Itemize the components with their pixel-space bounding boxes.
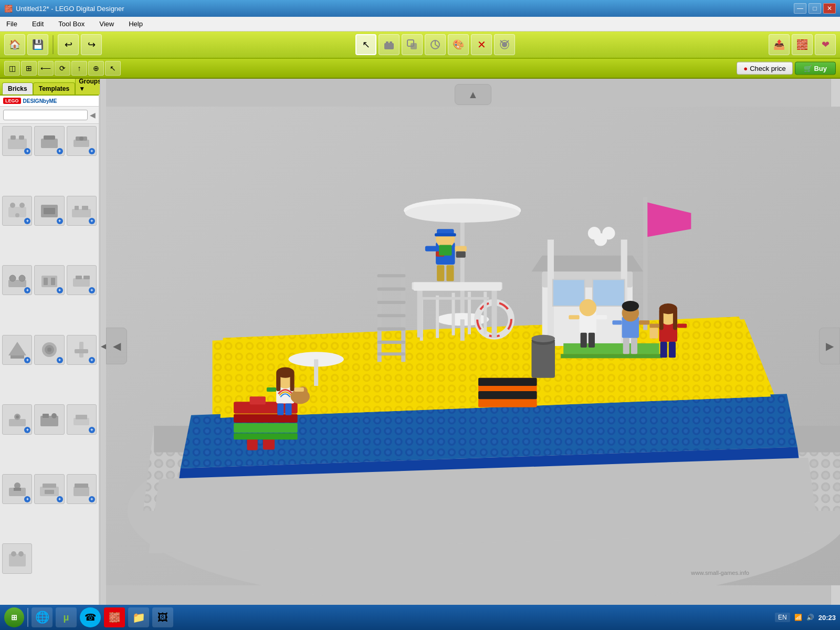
svg-rect-186: [285, 403, 291, 415]
svg-point-23: [15, 213, 19, 217]
delete-button[interactable]: ✕: [471, 34, 492, 55]
svg-rect-33: [44, 278, 48, 285]
brick-item[interactable]: +: [67, 265, 97, 295]
taskbar-chrome-button[interactable]: 🌐: [32, 607, 52, 627]
brick-item[interactable]: +: [2, 474, 32, 504]
brick-item[interactable]: [2, 543, 32, 573]
brick-item[interactable]: +: [67, 474, 97, 504]
maximize-button[interactable]: □: [808, 3, 821, 14]
brick-item[interactable]: +: [34, 196, 64, 226]
svg-rect-151: [446, 265, 454, 281]
plus-badge: +: [89, 496, 95, 502]
taskbar-photos-button[interactable]: 🖼: [152, 607, 173, 627]
start-button[interactable]: ⊞: [4, 607, 24, 627]
svg-rect-45: [9, 419, 26, 426]
svg-rect-156: [581, 333, 587, 348]
sidebar-collapse-handle[interactable]: ◀: [100, 79, 106, 613]
brick-item[interactable]: +: [67, 335, 97, 365]
sidebar-tabs: Bricks Templates Groups ▼: [0, 79, 99, 96]
taskbar-system-tray: EN 📶 🔊 20:23: [775, 613, 836, 622]
axis-z-button[interactable]: ↑: [71, 61, 87, 76]
taskbar: ⊞ 🌐 μ ☎ 🧱 📁 🖼 EN 📶 🔊 20:23: [0, 605, 840, 630]
undo-button[interactable]: ↩: [58, 34, 79, 55]
clone-sub-button[interactable]: ⊕: [88, 61, 104, 76]
canvas-area[interactable]: ▲ ◀ ▶ ◀: [106, 79, 840, 613]
grid-snap-button[interactable]: ⊞: [21, 61, 37, 76]
svg-rect-171: [677, 323, 687, 328]
canvas-nav-right[interactable]: ▶: [819, 328, 840, 364]
close-button[interactable]: ✕: [823, 3, 836, 14]
cursor-mode-button[interactable]: ↖: [105, 61, 121, 76]
svg-rect-4: [411, 43, 417, 49]
brick-item[interactable]: +: [34, 265, 64, 295]
menu-toolbox[interactable]: Tool Box: [55, 19, 88, 29]
canvas-nav-up[interactable]: ▲: [455, 84, 491, 105]
redo-button[interactable]: ↪: [81, 34, 102, 55]
hinge-button[interactable]: [425, 34, 446, 55]
svg-rect-61: [75, 484, 88, 488]
sidebar-collapse-icon[interactable]: ◀: [90, 111, 96, 119]
menu-file[interactable]: File: [3, 19, 20, 29]
brick-item[interactable]: +: [67, 196, 97, 226]
view-button[interactable]: [494, 34, 515, 55]
lego-online-button[interactable]: 🧱: [792, 34, 813, 55]
search-input[interactable]: [3, 110, 88, 120]
svg-rect-154: [569, 315, 579, 319]
canvas-nav-left[interactable]: ◀: [106, 328, 127, 364]
svg-rect-170: [649, 323, 659, 328]
check-price-icon: ●: [743, 65, 748, 72]
svg-rect-56: [14, 488, 21, 491]
build-mode-button[interactable]: [379, 34, 400, 55]
check-price-button[interactable]: ● Check price: [737, 62, 793, 75]
menu-edit[interactable]: Edit: [29, 19, 47, 29]
brick-item[interactable]: +: [34, 335, 64, 365]
brick-item[interactable]: +: [2, 265, 32, 295]
svg-line-7: [435, 45, 438, 47]
share-button[interactable]: 📤: [769, 34, 790, 55]
svg-rect-117: [377, 341, 406, 344]
paint-button[interactable]: 🎨: [448, 34, 469, 55]
save-button[interactable]: 💾: [27, 34, 48, 55]
brick-item[interactable]: +: [2, 196, 32, 226]
plus-badge: +: [89, 357, 95, 363]
svg-point-31: [19, 275, 25, 281]
axis-x-button[interactable]: ⟵: [38, 61, 54, 76]
svg-rect-173: [660, 342, 667, 358]
svg-point-91: [602, 227, 615, 239]
svg-rect-132: [250, 396, 266, 404]
clone-button[interactable]: [402, 34, 423, 55]
buy-button[interactable]: 🛒 Buy: [795, 62, 836, 75]
tab-bricks[interactable]: Bricks: [2, 82, 33, 94]
taskbar-ldd-button[interactable]: 🧱: [104, 607, 125, 627]
svg-rect-113: [377, 288, 406, 291]
brick-item[interactable]: +: [2, 126, 32, 156]
menu-view[interactable]: View: [96, 19, 117, 29]
taskbar-explorer-button[interactable]: 📁: [128, 607, 149, 627]
tab-templates[interactable]: Templates: [33, 82, 75, 94]
taskbar-skype-button[interactable]: ☎: [80, 607, 101, 627]
svg-point-63: [11, 551, 16, 556]
toolbar-separator-1: [52, 35, 54, 54]
brick-item[interactable]: +: [34, 126, 64, 156]
brick-item[interactable]: +: [67, 404, 97, 434]
plus-badge: +: [57, 218, 63, 224]
svg-rect-184: [295, 387, 304, 392]
svg-text:www.small-games.info: www.small-games.info: [690, 570, 749, 576]
snap-mode-button[interactable]: ◫: [4, 61, 20, 76]
brick-item[interactable]: +: [2, 335, 32, 365]
menu-help[interactable]: Help: [125, 19, 146, 29]
svg-rect-149: [439, 245, 452, 256]
top-right-controls: ● Check price 🛒 Buy: [737, 62, 836, 75]
brick-item[interactable]: +: [67, 126, 97, 156]
svg-point-153: [580, 299, 596, 316]
brick-item[interactable]: +: [34, 474, 64, 504]
taskbar-utorrent-button[interactable]: μ: [56, 607, 77, 627]
wishlist-button[interactable]: ❤: [815, 34, 836, 55]
minimize-button[interactable]: —: [794, 3, 806, 14]
svg-rect-129: [314, 359, 318, 386]
brick-item[interactable]: +: [2, 404, 32, 434]
brick-item[interactable]: [34, 404, 64, 434]
select-tool-button[interactable]: ↖: [355, 34, 376, 55]
new-button[interactable]: 🏠: [4, 34, 25, 55]
axis-y-button[interactable]: ⟳: [55, 61, 70, 76]
